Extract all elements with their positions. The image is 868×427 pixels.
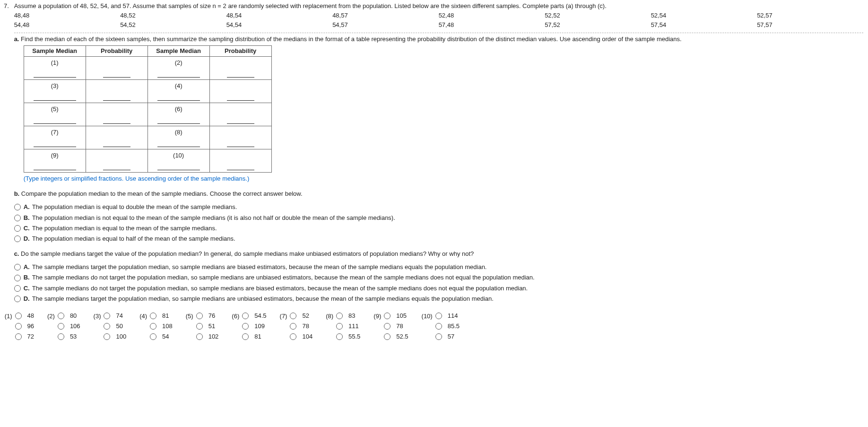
answer-group-label: (9) xyxy=(373,312,381,321)
table-cell-9[interactable]: (9) xyxy=(24,149,86,172)
radio-icon xyxy=(242,333,249,340)
radio-icon xyxy=(104,323,110,330)
answer-option[interactable]: 106 xyxy=(58,322,80,331)
answer-option[interactable]: 52.5 xyxy=(384,332,408,341)
answer-option[interactable]: 81 xyxy=(242,332,266,341)
answer-option[interactable]: 52 xyxy=(290,312,312,320)
answer-option-text: 105 xyxy=(396,312,407,320)
answer-option[interactable]: 76 xyxy=(196,312,219,320)
answer-option[interactable]: 53 xyxy=(58,332,80,341)
choice-c-A[interactable]: A.The sample medians target the populati… xyxy=(14,263,863,271)
table-cell-prob[interactable] xyxy=(86,126,148,149)
radio-icon xyxy=(104,333,110,340)
answer-option[interactable]: 72 xyxy=(15,332,34,341)
table-cell-prob[interactable] xyxy=(86,103,148,126)
answer-option-text: 104 xyxy=(302,332,312,341)
table-cell-1[interactable]: (1) xyxy=(24,56,86,79)
table-cell-8[interactable]: (8) xyxy=(148,126,209,149)
choice-text: The sample medians target the population… xyxy=(32,295,494,303)
table-cell-5[interactable]: (5) xyxy=(24,103,86,126)
radio-icon xyxy=(14,264,21,270)
answer-group-5: (5)7651102 xyxy=(186,312,219,341)
answer-option-text: 52 xyxy=(302,312,309,320)
answer-option[interactable]: 54 xyxy=(150,332,173,341)
table-cell-prob[interactable] xyxy=(86,79,148,103)
radio-icon xyxy=(336,313,343,319)
choice-letter: C. xyxy=(24,224,32,233)
table-cell-7[interactable]: (7) xyxy=(24,126,86,149)
answer-option[interactable]: 50 xyxy=(104,322,126,331)
answer-option-text: 102 xyxy=(208,332,219,341)
table-cell-prob[interactable] xyxy=(86,56,148,79)
choice-c-D[interactable]: D.The sample medians target the populati… xyxy=(14,295,863,303)
choice-letter: B. xyxy=(24,273,32,282)
radio-icon xyxy=(14,225,21,232)
answer-option[interactable]: 102 xyxy=(196,332,219,341)
answer-option[interactable]: 48 xyxy=(15,312,34,320)
answer-option[interactable]: 57 xyxy=(435,332,460,341)
radio-icon xyxy=(336,323,343,330)
median-distribution-table: Sample Median Probability Sample Median … xyxy=(24,45,272,173)
table-cell-prob[interactable] xyxy=(86,149,148,172)
table-cell-prob[interactable] xyxy=(209,56,271,79)
choice-letter: A. xyxy=(24,263,32,271)
radio-icon xyxy=(196,313,203,319)
answer-option-text: 50 xyxy=(116,322,122,331)
answer-option[interactable]: 81 xyxy=(150,312,173,320)
answer-option[interactable]: 55.5 xyxy=(336,332,360,341)
radio-icon xyxy=(58,333,64,340)
table-cell-prob[interactable] xyxy=(209,149,271,172)
choice-c-B[interactable]: B.The sample medians do not target the p… xyxy=(14,273,863,282)
radio-icon xyxy=(435,323,442,330)
choice-b-A[interactable]: A.The population median is equal to doub… xyxy=(14,203,863,211)
answer-option[interactable]: 114 xyxy=(435,312,460,320)
table-cell-prob[interactable] xyxy=(209,79,271,103)
answer-option[interactable]: 105 xyxy=(384,312,408,320)
answer-option[interactable]: 100 xyxy=(104,332,126,341)
answer-options-row: (1)489672(2)8010653(3)7450100(4)8110854(… xyxy=(5,312,863,341)
answer-option-text: 76 xyxy=(208,312,215,320)
answer-option-text: 81 xyxy=(162,312,169,320)
answer-group-10: (10)11485.557 xyxy=(422,312,460,341)
sample-pair: 48,54 xyxy=(226,11,333,20)
sample-pair: 54,54 xyxy=(226,21,333,29)
answer-option-text: 72 xyxy=(27,332,34,341)
table-cell-6[interactable]: (6) xyxy=(148,103,209,126)
answer-group-label: (2) xyxy=(47,312,55,321)
answer-option-text: 57 xyxy=(448,332,454,341)
answer-option[interactable]: 83 xyxy=(336,312,360,320)
part-a-label: a. xyxy=(14,35,19,43)
answer-option[interactable]: 109 xyxy=(242,322,266,331)
table-cell-3[interactable]: (3) xyxy=(24,79,86,103)
blank-label: (7) xyxy=(24,128,86,137)
answer-option[interactable]: 104 xyxy=(290,332,312,341)
table-cell-2[interactable]: (2) xyxy=(148,56,209,79)
answer-option[interactable]: 108 xyxy=(150,322,173,331)
part-b-label: b. xyxy=(14,190,20,197)
answer-option-text: 108 xyxy=(162,322,173,331)
choice-b-C[interactable]: C.The population median is equal to the … xyxy=(14,224,863,233)
answer-option[interactable]: 85.5 xyxy=(435,322,460,331)
answer-option[interactable]: 54.5 xyxy=(242,312,266,320)
table-cell-10[interactable]: (10) xyxy=(148,149,209,172)
choice-b-B[interactable]: B.The population median is not equal to … xyxy=(14,214,863,222)
answer-group-3: (3)7450100 xyxy=(94,312,127,341)
choice-b-D[interactable]: D.The population median is equal to half… xyxy=(14,235,863,243)
answer-option[interactable]: 78 xyxy=(290,322,312,331)
table-cell-prob[interactable] xyxy=(209,103,271,126)
choice-text: The population median is equal to half o… xyxy=(32,235,235,243)
answer-option[interactable]: 78 xyxy=(384,322,408,331)
choice-c-C[interactable]: C.The sample medians do not target the p… xyxy=(14,284,863,293)
answer-option[interactable]: 111 xyxy=(336,322,360,331)
answer-option[interactable]: 74 xyxy=(104,312,126,320)
table-cell-4[interactable]: (4) xyxy=(148,79,209,103)
answer-option-text: 96 xyxy=(27,322,34,331)
radio-icon xyxy=(290,313,296,319)
answer-option[interactable]: 80 xyxy=(58,312,80,320)
radio-icon xyxy=(14,275,21,281)
answer-option-text: 114 xyxy=(448,312,458,320)
answer-option[interactable]: 96 xyxy=(15,322,34,331)
answer-option[interactable]: 51 xyxy=(196,322,219,331)
choice-text: The sample medians do not target the pop… xyxy=(32,273,535,282)
table-cell-prob[interactable] xyxy=(209,126,271,149)
